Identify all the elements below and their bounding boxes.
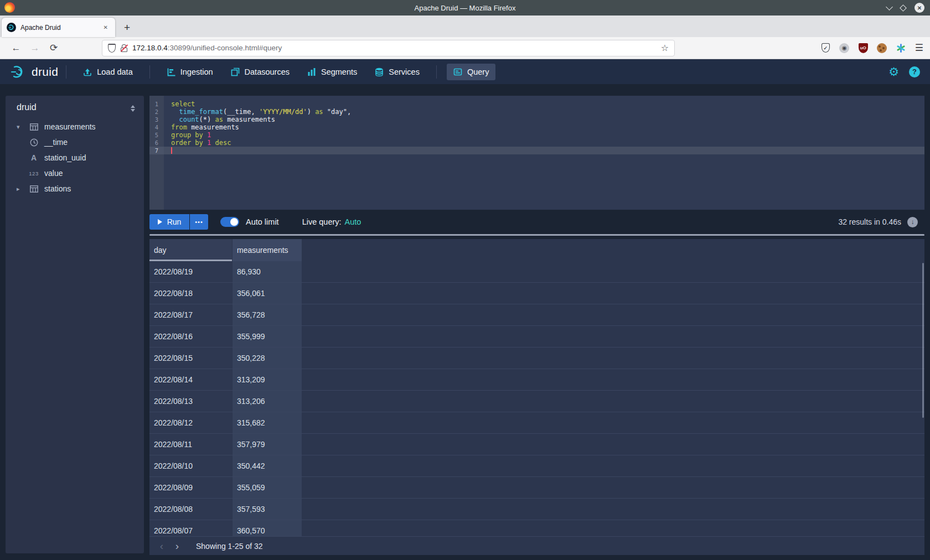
chevron-down-icon[interactable]: ▾ [17,123,24,131]
tree-item-measurements[interactable]: ▾measurements [6,119,144,134]
code-line: 4from measurements [149,123,924,131]
cell-day[interactable]: 2022/08/15 [149,348,232,369]
table-header: day measurements [149,239,924,261]
cell-measurements[interactable]: 86,930 [232,261,302,282]
table-row: 2022/08/18356,061 [149,283,924,304]
results-scrollbar[interactable] [922,263,924,418]
extension-shield-icon[interactable]: ✓ [820,43,831,53]
cell-day[interactable]: 2022/08/18 [149,283,232,304]
cell-day[interactable]: 2022/08/10 [149,455,232,476]
cell-day[interactable]: 2022/08/08 [149,499,232,520]
datasources-icon [231,68,240,76]
code-text [164,147,172,154]
settings-gear-icon[interactable]: ⚙ [888,65,899,79]
reload-button[interactable]: ⟳ [44,42,63,54]
download-icon[interactable]: ↓ [907,217,918,227]
schema-tree: ▾measurements__timeAstation_uuid123value… [6,119,144,196]
tree-item-stations[interactable]: ▸stations [6,181,144,196]
tree-item-__time[interactable]: __time [6,134,144,150]
cell-day[interactable]: 2022/08/17 [149,304,232,325]
cell-day[interactable]: 2022/08/13 [149,391,232,412]
tree-item-label: __time [44,138,68,147]
auto-limit-toggle[interactable] [220,217,239,227]
sql-editor[interactable]: 1select2 time_format(__time, 'YYYY/MM/dd… [149,96,924,210]
nav-datasources[interactable]: Datasources [224,64,296,80]
code-text: from measurements [164,123,239,131]
sort-toggle-icon[interactable] [131,103,135,112]
cell-measurements[interactable]: 313,206 [232,391,302,412]
schema-sidebar: druid ▾measurements__timeAstation_uuid12… [6,96,144,553]
tree-item-station_uuid[interactable]: Astation_uuid [6,150,144,165]
table-row: 2022/08/15350,228 [149,348,924,369]
url-path: :30899/unified-console.html#query [168,44,282,52]
run-button[interactable]: Run [149,214,189,230]
cell-measurements[interactable]: 356,061 [232,283,302,304]
cell-measurements[interactable]: 315,682 [232,412,302,433]
cell-measurements[interactable]: 357,979 [232,434,302,455]
nav-segments[interactable]: Segments [301,64,364,80]
tree-item-value[interactable]: 123value [6,165,144,181]
column-header-measurements[interactable]: measurements [232,239,302,261]
cell-measurements[interactable]: 350,228 [232,348,302,369]
code-line: 5group by 1 [149,131,924,139]
hamburger-menu-icon[interactable]: ☰ [915,42,923,54]
code-line: 7 [149,147,924,154]
window-minimize-icon[interactable] [886,3,893,11]
window-maximize-icon[interactable] [900,4,907,12]
cell-measurements[interactable]: 355,999 [232,326,302,347]
nav-label: Query [467,68,489,76]
cell-measurements[interactable]: 350,442 [232,455,302,476]
window-close-icon[interactable]: ✕ [914,3,924,13]
tab-close-icon[interactable]: ✕ [101,23,110,32]
line-number: 1 [149,100,164,108]
cell-measurements[interactable]: 356,728 [232,304,302,325]
code-text: group by 1 [164,131,211,139]
nav-query[interactable]: Query [447,64,496,80]
code-line: 3 count(*) as measurements [149,116,924,123]
line-number: 5 [149,131,164,139]
cell-measurements[interactable]: 313,209 [232,369,302,390]
code-text: count(*) as measurements [164,116,275,123]
line-number: 4 [149,123,164,131]
code-line: 2 time_format(__time, 'YYYY/MM/dd') as "… [149,108,924,116]
url-text[interactable]: 172.18.0.4:30899/unified-console.html#qu… [132,44,656,52]
screen: Apache Druid — Mozilla Firefox ✕ Apache … [0,0,930,560]
extension-asterisk-icon[interactable] [896,43,906,53]
nav-ingestion[interactable]: Ingestion [160,64,220,80]
auto-limit-label: Auto limit [246,217,279,226]
extension-ublock-icon[interactable]: uO [858,43,869,53]
line-number: 3 [149,116,164,123]
insecure-lock-icon[interactable] [121,44,127,52]
url-bar[interactable]: 172.18.0.4:30899/unified-console.html#qu… [102,40,675,56]
run-label: Run [167,217,182,226]
table-row: 2022/08/17356,728 [149,304,924,326]
tracking-shield-icon[interactable] [108,44,116,53]
nav-load-data[interactable]: Load data [76,64,140,80]
nav-services[interactable]: Services [368,64,426,80]
cell-day[interactable]: 2022/08/16 [149,326,232,347]
druid-navbar: druid Load data Ingestion Datasources [0,59,930,84]
cell-day[interactable]: 2022/08/14 [149,369,232,390]
cell-day[interactable]: 2022/08/12 [149,412,232,433]
back-button[interactable]: ← [7,43,25,54]
extension-cookie-icon[interactable] [877,43,887,53]
browser-tab[interactable]: Apache Druid ✕ [2,18,115,37]
cell-day[interactable]: 2022/08/09 [149,477,232,498]
bookmark-star-icon[interactable]: ☆ [661,43,669,53]
ingestion-icon [167,68,175,76]
next-page-button[interactable]: › [169,538,185,554]
druid-logo[interactable]: druid [10,65,58,79]
chevron-right-icon[interactable]: ▸ [17,185,24,193]
segments-icon [307,68,316,76]
extension-mask-icon[interactable]: ◉ [839,43,850,53]
cell-day[interactable]: 2022/08/11 [149,434,232,455]
cell-measurements[interactable]: 357,593 [232,499,302,520]
column-header-day[interactable]: day [149,239,232,261]
live-query-value[interactable]: Auto [345,217,361,226]
help-icon[interactable]: ? [909,66,920,77]
pane-resizer-handle[interactable] [149,234,924,236]
run-more-button[interactable]: ••• [190,214,208,230]
cell-measurements[interactable]: 355,059 [232,477,302,498]
new-tab-button[interactable]: + [121,22,133,34]
cell-day[interactable]: 2022/08/19 [149,261,232,282]
